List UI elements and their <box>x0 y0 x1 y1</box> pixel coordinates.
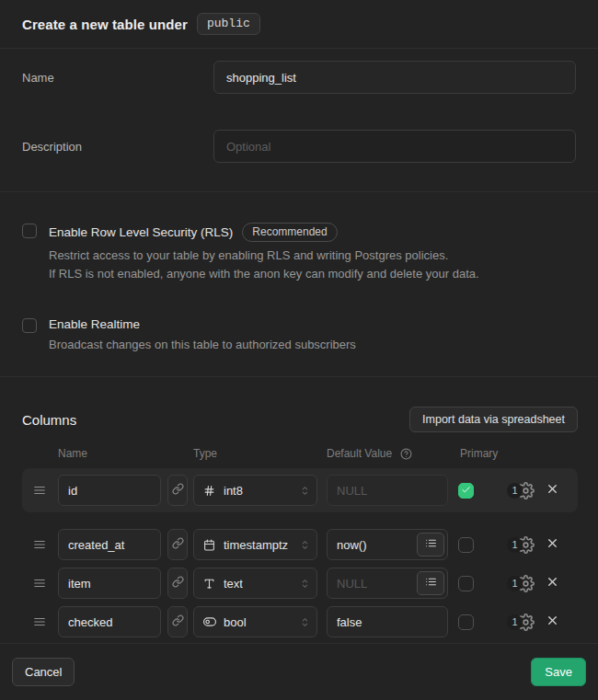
column-row-created_at: timestamptz1 <box>22 525 578 564</box>
chevrons-up-down-icon <box>299 539 311 551</box>
drag-handle-icon[interactable] <box>33 538 46 551</box>
foreign-key-button[interactable] <box>167 475 188 506</box>
realtime-checkbox[interactable] <box>22 318 37 333</box>
table-options-section: Enable Row Level Security (RLS) Recommen… <box>0 192 598 377</box>
primary-checkbox[interactable] <box>458 576 474 591</box>
dialog-title: Create a new table under <box>22 17 188 32</box>
table-description-input[interactable] <box>213 130 576 163</box>
dialog-header: Create a new table under public <box>0 0 598 49</box>
remove-column-button[interactable] <box>544 612 561 632</box>
header-default-value: Default Value <box>327 447 392 460</box>
columns-rows: int81timestamptz1text1bool1 <box>0 468 598 641</box>
link-icon <box>172 614 184 629</box>
type-icon <box>202 578 216 590</box>
close-icon <box>546 614 559 630</box>
column-name-input[interactable] <box>58 568 161 599</box>
column-type-select[interactable]: timestamptz <box>193 529 317 560</box>
column-name-input[interactable] <box>58 475 161 506</box>
rls-description-line2: If RLS is not enabled, anyone with the a… <box>49 265 479 283</box>
header-primary: Primary <box>460 447 498 460</box>
column-name-input[interactable] <box>58 529 161 560</box>
settings-count-badge: 1 <box>507 614 523 630</box>
table-name-input[interactable] <box>213 61 576 94</box>
column-type-value: int8 <box>224 484 243 498</box>
column-type-select[interactable]: bool <box>193 606 317 637</box>
link-icon <box>172 576 184 591</box>
chevrons-up-down-icon <box>299 578 311 590</box>
column-settings-button[interactable]: 1 <box>507 614 535 631</box>
foreign-key-button[interactable] <box>167 568 188 599</box>
column-name-input[interactable] <box>58 606 161 637</box>
realtime-label: Enable Realtime <box>49 317 140 331</box>
drag-handle-icon[interactable] <box>33 615 46 628</box>
default-value-menu-button[interactable] <box>417 571 444 595</box>
primary-checkbox[interactable] <box>458 614 474 630</box>
import-spreadsheet-button[interactable]: Import data via spreadsheet <box>409 407 578 432</box>
header-type: Type <box>193 447 217 460</box>
remove-column-button[interactable] <box>544 480 561 500</box>
save-button[interactable]: Save <box>531 658 586 686</box>
column-type-value: bool <box>224 615 247 629</box>
primary-checkbox[interactable] <box>458 483 474 499</box>
rls-description-line1: Restrict access to your table by enablin… <box>49 247 479 265</box>
default-value-input[interactable] <box>327 606 448 637</box>
drag-handle-icon[interactable] <box>33 484 46 497</box>
list-icon <box>425 537 437 552</box>
column-row-id: int81 <box>22 468 578 512</box>
recommended-badge: Recommended <box>242 223 337 242</box>
rls-option: Enable Row Level Security (RLS) Recommen… <box>22 223 576 283</box>
cancel-button[interactable]: Cancel <box>12 658 75 686</box>
name-label: Name <box>22 61 213 94</box>
toggle-icon <box>202 615 216 628</box>
columns-section: Columns Import data via spreadsheet Name… <box>0 377 598 644</box>
column-settings-button[interactable]: 1 <box>507 536 535 554</box>
calendar-icon <box>202 539 216 551</box>
rls-checkbox[interactable] <box>22 224 37 238</box>
dialog-footer: Cancel Save <box>0 644 598 699</box>
columns-table-header: Name Type Default Value Primary <box>0 447 598 459</box>
column-settings-button[interactable]: 1 <box>507 575 535 592</box>
settings-count-badge: 1 <box>507 576 523 591</box>
close-icon <box>546 575 559 591</box>
column-row-item: text1 <box>22 564 578 602</box>
default-value-input[interactable] <box>327 475 448 506</box>
close-icon <box>546 536 559 553</box>
schema-badge: public <box>197 13 260 35</box>
primary-checkbox[interactable] <box>458 537 474 553</box>
table-details-section: Name Description <box>0 49 598 192</box>
column-type-select[interactable]: text <box>193 568 317 599</box>
column-type-value: timestamptz <box>224 538 288 552</box>
help-icon[interactable] <box>400 448 412 460</box>
settings-count-badge: 1 <box>507 483 523 499</box>
column-type-select[interactable]: int8 <box>193 475 317 506</box>
remove-column-button[interactable] <box>544 534 561 555</box>
realtime-option: Enable Realtime Broadcast changes on thi… <box>22 317 576 354</box>
chevrons-up-down-icon <box>299 616 311 628</box>
check-icon <box>461 482 471 499</box>
column-settings-button[interactable]: 1 <box>507 482 535 499</box>
description-label: Description <box>22 130 213 163</box>
rls-label: Enable Row Level Security (RLS) <box>49 225 233 239</box>
hash-icon <box>202 485 216 497</box>
columns-title: Columns <box>22 412 76 428</box>
settings-count-badge: 1 <box>507 537 523 553</box>
default-value-menu-button[interactable] <box>417 533 444 557</box>
remove-column-button[interactable] <box>544 573 561 593</box>
create-table-dialog: Create a new table under public Name Des… <box>0 0 598 700</box>
column-type-value: text <box>224 577 243 591</box>
realtime-description: Broadcast changes on this table to autho… <box>49 336 356 354</box>
header-name: Name <box>58 447 87 460</box>
close-icon <box>546 482 559 499</box>
link-icon <box>172 483 184 498</box>
chevrons-up-down-icon <box>299 485 311 497</box>
drag-handle-icon[interactable] <box>33 577 46 590</box>
foreign-key-button[interactable] <box>167 606 188 637</box>
list-icon <box>425 576 437 591</box>
column-row-checked: bool1 <box>22 602 578 641</box>
link-icon <box>172 537 184 552</box>
foreign-key-button[interactable] <box>167 529 188 560</box>
